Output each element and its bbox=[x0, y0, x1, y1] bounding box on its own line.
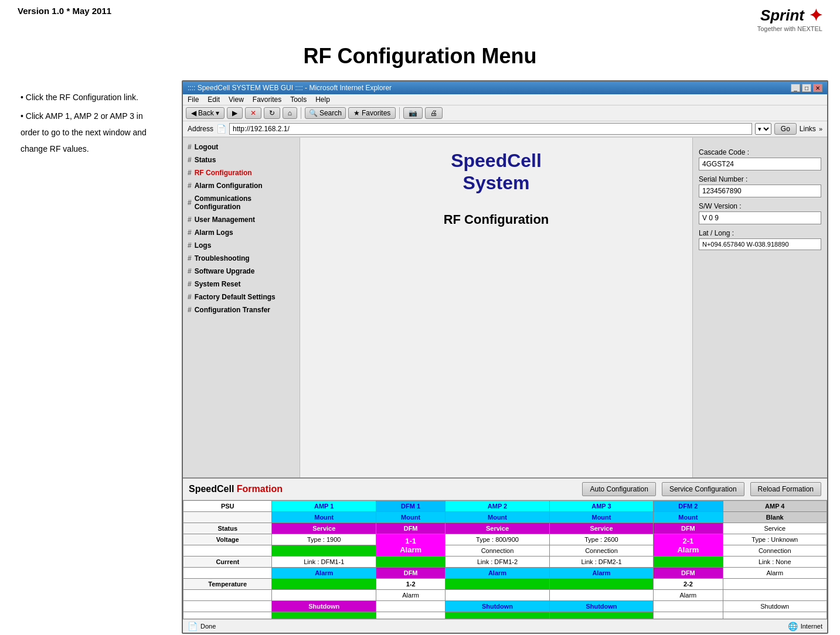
status-internet: Internet bbox=[801, 623, 822, 630]
temp-amp4 bbox=[723, 579, 827, 590]
col-amp1[interactable]: AMP 1 bbox=[272, 501, 376, 512]
formation-table: PSU AMP 1 DFM 1 AMP 2 AMP 3 DFM 2 AMP 4 … bbox=[183, 500, 827, 619]
service-configuration-button[interactable]: Service Configuration bbox=[662, 482, 744, 496]
lat-long-input[interactable] bbox=[699, 238, 821, 250]
nav-factory-default[interactable]: # Factory Default Settings bbox=[183, 291, 300, 303]
col-amp2[interactable]: AMP 2 bbox=[445, 501, 549, 512]
temp-dfm2: 2-2 bbox=[654, 579, 723, 590]
nav-configuration-transfer[interactable]: # Configuration Transfer bbox=[183, 303, 300, 316]
link-row: Current Link : DFM1-1 Link : DFM1-2 Link… bbox=[183, 557, 827, 568]
media-button[interactable]: 📷 bbox=[403, 107, 423, 119]
nav-troubleshooting[interactable]: # Troubleshooting bbox=[183, 252, 300, 265]
speedcell-title: SpeedCell System bbox=[451, 149, 542, 194]
green-row-1: Connection Connection Connection bbox=[183, 545, 827, 557]
mount-dfm2[interactable]: Mount bbox=[654, 512, 723, 523]
page-icon: 📄 bbox=[216, 124, 226, 134]
dfm1-cell: 1-1 Alarm bbox=[376, 534, 445, 557]
browser-controls: _ □ ✕ bbox=[791, 84, 822, 92]
mount-dfm1[interactable]: Mount bbox=[376, 512, 445, 523]
status-left: 📄 Done bbox=[188, 622, 216, 631]
nav-user-management[interactable]: # User Management bbox=[183, 213, 300, 226]
reload-formation-button[interactable]: Reload Formation bbox=[750, 482, 821, 496]
main-content: • Click the RF Configuration link. • Cli… bbox=[0, 80, 840, 634]
menu-favorites[interactable]: Favorites bbox=[253, 95, 281, 104]
cascade-code-label: Cascade Code : bbox=[699, 148, 821, 156]
col-dfm1: DFM 1 bbox=[376, 501, 445, 512]
link-amp4: Link : None bbox=[723, 557, 827, 568]
connection-amp2: Connection bbox=[445, 545, 549, 557]
voltage-row: Voltage Type : 1900 1-1 Alarm Type : 800… bbox=[183, 534, 827, 545]
link-amp3: Link : DFM2-1 bbox=[549, 557, 653, 568]
forward-button[interactable]: ▶ bbox=[227, 107, 243, 119]
alarm-amp2: Alarm bbox=[445, 568, 549, 579]
go-button[interactable]: Go bbox=[774, 123, 797, 135]
links-label[interactable]: Links bbox=[800, 125, 816, 133]
mount-amp2[interactable]: Mount bbox=[445, 512, 549, 523]
links-chevron-icon: » bbox=[819, 125, 822, 132]
menu-edit[interactable]: Edit bbox=[208, 95, 220, 104]
nav-logs[interactable]: # Logs bbox=[183, 239, 300, 252]
shutdown-amp3[interactable]: Shutdown bbox=[549, 601, 653, 612]
green-dfm1 bbox=[376, 557, 445, 568]
mount-amp1[interactable]: Mount bbox=[272, 512, 376, 523]
nav-communications[interactable]: # Communications Configuration bbox=[183, 192, 300, 213]
internet-icon: 🌐 bbox=[788, 622, 798, 631]
web-content: # Logout # Status # RF Configuration # A… bbox=[183, 138, 827, 477]
nav-software-upgrade[interactable]: # Software Upgrade bbox=[183, 265, 300, 278]
menu-tools[interactable]: Tools bbox=[290, 95, 307, 104]
chevron-down-icon: ▾ bbox=[216, 109, 219, 117]
search-button[interactable]: 🔍 Search bbox=[305, 107, 346, 119]
favorites-button[interactable]: ★ Favorites bbox=[348, 107, 396, 119]
maximize-button[interactable]: □ bbox=[802, 84, 811, 92]
formation-title-red: Formation bbox=[237, 484, 283, 494]
nav-sidebar: # Logout # Status # RF Configuration # A… bbox=[183, 138, 300, 477]
page-title: RF Configuration Menu bbox=[0, 44, 840, 69]
refresh-button[interactable]: ↻ bbox=[264, 107, 280, 119]
print-button[interactable]: 🖨 bbox=[425, 107, 443, 119]
menu-view[interactable]: View bbox=[229, 95, 244, 104]
menu-file[interactable]: File bbox=[188, 95, 199, 104]
auto-configuration-button[interactable]: Auto Configuration bbox=[582, 482, 655, 496]
temperature-row: Temperature 1-2 2-2 bbox=[183, 579, 827, 590]
done-icon: 📄 bbox=[188, 622, 198, 631]
formation-section: SpeedCell Formation Auto Configuration S… bbox=[183, 477, 827, 619]
address-dropdown[interactable]: ▾ bbox=[755, 123, 771, 135]
stop-button[interactable]: ✕ bbox=[245, 107, 261, 119]
nav-system-reset[interactable]: # System Reset bbox=[183, 278, 300, 291]
menu-help[interactable]: Help bbox=[315, 95, 330, 104]
status-dfm1: DFM bbox=[376, 523, 445, 534]
top-header: Version 1.0 * May 2011 Sprint ✦ Together… bbox=[0, 0, 840, 38]
nav-logout[interactable]: # Logout bbox=[183, 141, 300, 153]
cascade-code-input[interactable] bbox=[699, 158, 821, 170]
nav-status[interactable]: # Status bbox=[183, 153, 300, 166]
close-button[interactable]: ✕ bbox=[813, 84, 822, 92]
alarm2-dfm2: Alarm bbox=[654, 590, 723, 601]
browser-titlebar: :::: SpeedCell SYSTEM WEB GUI :::: - Mic… bbox=[183, 81, 827, 94]
address-input[interactable] bbox=[229, 123, 752, 135]
mount-amp3[interactable]: Mount bbox=[549, 512, 653, 523]
version-text: Version 1.0 * May 2011 bbox=[18, 6, 111, 16]
sprint-logo: Sprint ✦ Together with NEXTEL bbox=[757, 6, 822, 32]
back-button[interactable]: ◀ Back ▾ bbox=[186, 107, 225, 119]
serial-number-input[interactable] bbox=[699, 185, 821, 197]
left-panel: • Click the RF Configuration link. • Cli… bbox=[12, 80, 164, 634]
sw-version-label: S/W Version : bbox=[699, 202, 821, 210]
green-amp1 bbox=[272, 545, 376, 557]
formation-header: SpeedCell Formation Auto Configuration S… bbox=[183, 479, 827, 500]
nav-rf-configuration[interactable]: # RF Configuration bbox=[183, 166, 300, 179]
shutdown-amp4[interactable]: Shutdown bbox=[723, 601, 827, 612]
nav-alarm-logs[interactable]: # Alarm Logs bbox=[183, 226, 300, 239]
sprint-name: Sprint bbox=[760, 6, 804, 25]
star-icon: ★ bbox=[353, 109, 360, 117]
shutdown-amp1[interactable]: Shutdown bbox=[272, 601, 376, 612]
col-amp3[interactable]: AMP 3 bbox=[549, 501, 653, 512]
back-icon: ◀ bbox=[191, 109, 196, 117]
home-button[interactable]: ⌂ bbox=[283, 107, 297, 119]
status-bar: 📄 Done 🌐 Internet bbox=[183, 619, 827, 633]
shutdown-amp2[interactable]: Shutdown bbox=[445, 601, 549, 612]
voltage-amp2: Type : 800/900 bbox=[445, 534, 549, 545]
info-panel: Cascade Code : Serial Number : S/W Versi… bbox=[692, 138, 827, 477]
minimize-button[interactable]: _ bbox=[791, 84, 800, 92]
sw-version-input[interactable] bbox=[699, 211, 821, 224]
nav-alarm-configuration[interactable]: # Alarm Configuration bbox=[183, 179, 300, 192]
